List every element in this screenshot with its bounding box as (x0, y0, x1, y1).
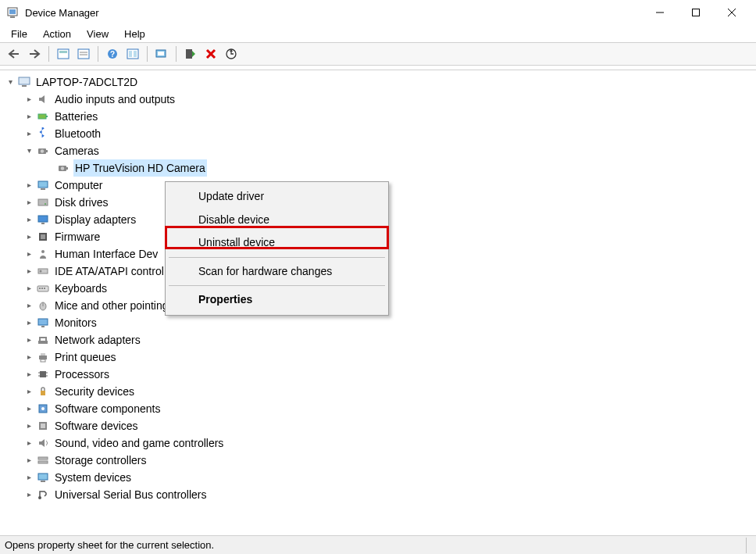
update-driver-button[interactable] (222, 45, 241, 63)
expander-icon[interactable]: ▸ (23, 471, 34, 484)
svg-rect-34 (41, 188, 45, 190)
camera-icon (56, 161, 70, 175)
context-menu: Update driver Disable device Uninstall d… (165, 181, 389, 316)
expander-icon[interactable]: ▾ (5, 76, 16, 88)
tree-item[interactable]: ▸Universal Serial Bus controllers (2, 486, 754, 503)
ctx-uninstall-device[interactable]: Uninstall device (167, 231, 387, 255)
properties-button[interactable] (74, 45, 93, 63)
expander-icon[interactable]: ▸ (23, 265, 34, 277)
tree-item[interactable]: HP TrueVision HD Camera (2, 159, 754, 177)
expander-icon[interactable]: ▸ (23, 213, 34, 226)
minimize-button[interactable] (642, 0, 678, 25)
category-icon (36, 178, 50, 192)
svg-rect-7 (58, 49, 69, 59)
toolbar-sep (176, 46, 177, 62)
tree-root[interactable]: ▾ LAPTOP-7ADCLT2D (2, 73, 754, 91)
tree-item[interactable]: ▸Software components (2, 400, 754, 417)
tree-item[interactable]: ▸Software devices (2, 417, 754, 434)
action-button[interactable] (123, 45, 142, 63)
tree-item-label: LAPTOP-7ADCLT2D (34, 73, 139, 91)
help-button[interactable]: ? (103, 45, 122, 63)
category-icon (36, 230, 50, 244)
tree-item[interactable]: ▸Bluetooth (2, 125, 754, 142)
category-icon (36, 470, 50, 484)
svg-rect-50 (38, 319, 48, 325)
expander-icon[interactable]: ▸ (23, 93, 34, 105)
svg-rect-68 (38, 474, 48, 480)
expander-icon[interactable]: ▸ (23, 488, 34, 501)
category-icon (36, 384, 50, 399)
tree-item[interactable]: ▸System devices (2, 469, 754, 486)
scan-hardware-button[interactable] (152, 45, 171, 63)
close-button[interactable] (714, 0, 750, 25)
expander-icon[interactable]: ▾ (23, 145, 34, 157)
expander-icon[interactable]: ▸ (23, 334, 34, 346)
svg-point-36 (45, 203, 46, 205)
category-icon (36, 402, 50, 416)
show-hide-console-button[interactable] (54, 45, 73, 63)
svg-rect-33 (38, 181, 48, 188)
expander-icon[interactable]: ▸ (23, 437, 34, 449)
tree-item-label: Storage controllers (53, 452, 148, 469)
expander-icon[interactable]: ▸ (23, 402, 34, 415)
maximize-button[interactable] (678, 0, 714, 25)
enable-device-button[interactable] (181, 45, 200, 63)
toolbar: ? (0, 42, 756, 66)
tree-item[interactable]: ▾Cameras (2, 142, 754, 159)
device-manager-icon (6, 6, 19, 19)
menu-help[interactable]: Help (116, 27, 153, 41)
tree-item-label: Security devices (53, 383, 136, 400)
ctx-update-driver[interactable]: Update driver (167, 185, 387, 209)
category-icon (36, 436, 50, 450)
svg-rect-51 (41, 326, 45, 327)
expander-icon[interactable]: ▸ (23, 420, 34, 432)
expander-icon[interactable]: ▸ (23, 368, 34, 381)
expander-icon[interactable]: ▸ (23, 316, 34, 329)
forward-button[interactable] (25, 45, 44, 63)
ctx-sep (169, 257, 385, 258)
menubar: File Action View Help (0, 25, 756, 42)
toolbar-sep (48, 46, 49, 62)
category-icon (36, 264, 50, 278)
ctx-scan-hardware[interactable]: Scan for hardware changes (167, 260, 387, 284)
expander-icon[interactable]: ▸ (23, 351, 34, 363)
expander-icon[interactable]: ▸ (23, 248, 34, 260)
tree-item-label: Software devices (53, 417, 140, 434)
svg-rect-2 (10, 16, 15, 18)
uninstall-device-button[interactable] (201, 45, 220, 63)
expander-icon[interactable]: ▸ (23, 454, 34, 466)
tree-item[interactable]: ▸Security devices (2, 383, 754, 400)
tree-item-label: HP TrueVision HD Camera (73, 159, 207, 177)
tree-item[interactable]: ▸Monitors (2, 314, 754, 331)
category-icon (36, 316, 50, 330)
expander-icon[interactable]: ▸ (23, 385, 34, 398)
menu-action[interactable]: Action (35, 27, 79, 41)
expander-icon[interactable]: ▸ (23, 127, 34, 140)
tree-item[interactable]: ▸Sound, video and game controllers (2, 434, 754, 452)
back-button[interactable] (5, 45, 23, 63)
svg-rect-35 (38, 199, 48, 206)
expander-icon[interactable]: ▸ (23, 196, 34, 209)
tree-item[interactable]: ▸Processors (2, 366, 754, 383)
expander-icon[interactable]: ▸ (23, 179, 34, 191)
svg-rect-38 (41, 223, 45, 224)
expander-icon[interactable]: ▸ (23, 282, 34, 295)
menu-view[interactable]: View (79, 27, 116, 41)
svg-rect-47 (44, 288, 45, 289)
tree-item[interactable]: ▸Storage controllers (2, 452, 754, 469)
menu-file[interactable]: File (3, 27, 35, 41)
tree-item[interactable]: ▸Batteries (2, 108, 754, 125)
expander-icon[interactable]: ▸ (23, 231, 34, 243)
tree-item[interactable]: ▸Network adapters (2, 331, 754, 348)
ctx-properties[interactable]: Properties (167, 288, 387, 312)
tree-item[interactable]: ▸Print queues (2, 348, 754, 366)
tree-item[interactable]: ▸Audio inputs and outputs (2, 91, 754, 108)
category-icon (36, 127, 50, 141)
ctx-disable-device[interactable]: Disable device (167, 209, 387, 232)
tree-item-label: Firmware (53, 228, 102, 245)
expander-icon[interactable]: ▸ (23, 299, 34, 312)
expander-icon[interactable]: ▸ (23, 110, 34, 123)
tree-item-label: Bluetooth (53, 125, 102, 142)
tree-item-label: Print queues (53, 348, 118, 366)
svg-rect-26 (46, 116, 48, 117)
